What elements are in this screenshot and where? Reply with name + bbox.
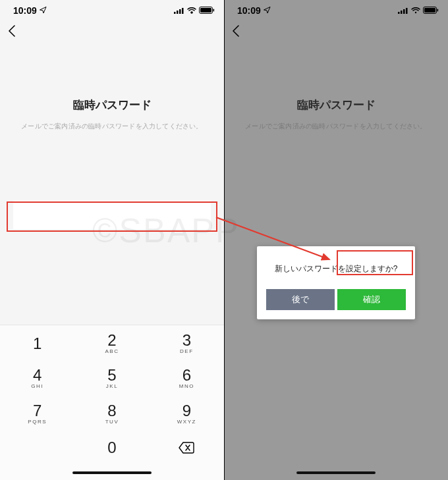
back-icon[interactable] (232, 24, 240, 41)
page-title: 臨時パスワード (73, 97, 152, 113)
battery-icon (423, 5, 439, 16)
cellular-icon (398, 5, 408, 16)
screen-divider (224, 0, 225, 480)
password-input (237, 200, 435, 229)
dialog-message: 新しいパスワードを設定しますか? (266, 263, 406, 275)
key-backspace[interactable] (150, 431, 224, 466)
status-bar: 10:09 (224, 0, 448, 21)
svg-rect-15 (437, 9, 439, 12)
svg-rect-8 (398, 12, 400, 14)
location-icon (264, 5, 271, 16)
svg-rect-14 (424, 8, 435, 13)
svg-point-12 (415, 12, 416, 13)
key-1[interactable]: 1 (0, 325, 74, 360)
key-8[interactable]: 8TUV (74, 396, 149, 431)
key-7[interactable]: 7PQRS (0, 396, 74, 431)
status-time: 10:09 (13, 5, 37, 16)
cellular-icon (174, 5, 184, 16)
key-6[interactable]: 6MNO (150, 360, 224, 395)
svg-rect-10 (403, 9, 405, 14)
confirm-button[interactable]: 確認 (337, 289, 406, 310)
svg-rect-9 (401, 11, 403, 14)
content-area: 臨時パスワード メールでご案内済みの臨時パスワードを入力してください。 新しいパ… (224, 43, 448, 255)
battery-icon (199, 5, 215, 16)
key-3[interactable]: 3DEF (150, 325, 224, 360)
svg-rect-0 (174, 12, 176, 14)
home-indicator[interactable] (0, 466, 224, 480)
later-button[interactable]: 後で (266, 289, 335, 310)
svg-rect-3 (182, 8, 184, 14)
svg-rect-11 (406, 8, 408, 14)
key-9[interactable]: 9WXYZ (150, 396, 224, 431)
svg-point-4 (191, 12, 192, 13)
svg-rect-2 (179, 9, 181, 14)
nav-bar (0, 21, 224, 43)
location-icon (40, 5, 47, 16)
content-area: 臨時パスワード メールでご案内済みの臨時パスワードを入力してください。 (0, 43, 224, 325)
svg-rect-7 (213, 9, 215, 12)
key-2[interactable]: 2ABC (74, 325, 149, 360)
password-input[interactable] (13, 200, 211, 229)
key-0[interactable]: 0 (74, 431, 149, 466)
home-indicator[interactable] (224, 466, 448, 480)
back-icon[interactable] (8, 24, 16, 41)
key-empty (0, 431, 74, 466)
status-bar: 10:09 (0, 0, 224, 21)
page-title: 臨時パスワード (297, 97, 376, 113)
key-4[interactable]: 4GHI (0, 360, 74, 395)
page-subtitle: メールでご案内済みの臨時パスワードを入力してください。 (21, 122, 202, 131)
numeric-keypad: 1 2ABC 3DEF 4GHI 5JKL 6MNO 7PQRS 8TUV 9W… (0, 325, 224, 466)
nav-bar (224, 21, 448, 43)
phone-screen-left: 10:09 臨時パスワード (0, 0, 224, 480)
wifi-icon (187, 5, 196, 16)
svg-rect-1 (177, 11, 179, 14)
status-time: 10:09 (237, 5, 261, 16)
svg-rect-6 (200, 8, 211, 13)
confirm-dialog: 新しいパスワードを設定しますか? 後で 確認 (257, 246, 415, 319)
page-subtitle: メールでご案内済みの臨時パスワードを入力してください。 (245, 122, 426, 131)
key-5[interactable]: 5JKL (74, 360, 149, 395)
phone-screen-right: 10:09 臨時パスワード (224, 0, 448, 480)
wifi-icon (411, 5, 420, 16)
